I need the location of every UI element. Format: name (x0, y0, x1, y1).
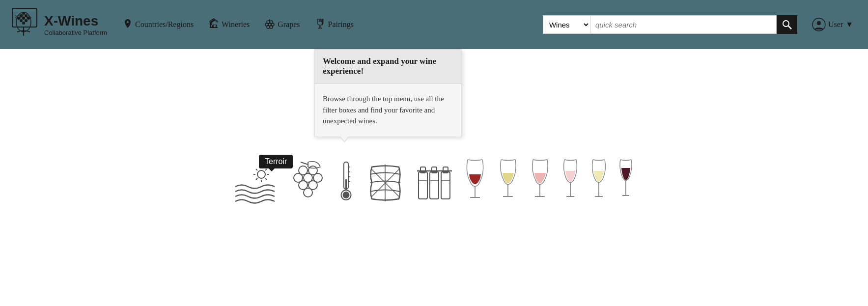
svg-line-34 (265, 169, 267, 170)
svg-rect-62 (441, 172, 450, 199)
nav-item-grapes[interactable]: Grapes (259, 15, 305, 34)
user-icon (812, 18, 826, 31)
user-label: User (828, 20, 843, 29)
thermometer-group[interactable] (337, 160, 355, 206)
wine-bottles-group[interactable] (416, 162, 453, 206)
welcome-popup-body: Browse through the top menu, use all the… (315, 83, 461, 137)
grapes-nav-icon (264, 18, 275, 31)
svg-rect-56 (419, 172, 427, 199)
search-icon (782, 20, 792, 29)
svg-point-19 (270, 26, 273, 28)
nav-item-countries[interactable]: Countries/Regions (118, 15, 198, 34)
white-wine-glass-2[interactable] (589, 157, 608, 206)
main-content: Welcome and expand your wine experience!… (0, 49, 868, 295)
logo-text: X-Wines Collaborative Platform (44, 13, 107, 36)
white-wine-glass-1[interactable] (497, 157, 519, 206)
main-header: X-Wines X-Wines Collaborative Platform (0, 0, 868, 49)
nav-item-wineries[interactable]: Wineries (203, 15, 254, 34)
nav-label-wineries: Wineries (222, 20, 250, 29)
logo-title: X-Wines (44, 13, 107, 29)
terroir-label: Terroir (259, 155, 293, 168)
svg-rect-59 (430, 172, 439, 199)
svg-point-25 (817, 21, 821, 25)
search-area: Wines Wineries Grapes Regions (543, 15, 797, 34)
wine-icons-section: Terroir (10, 147, 858, 216)
svg-line-32 (265, 178, 267, 180)
svg-point-4 (22, 12, 25, 15)
nav-item-pairings[interactable]: Pairings (310, 15, 359, 34)
svg-point-11 (25, 19, 28, 22)
rose-wine-glass-2-icon (561, 157, 580, 204)
red-wine-glass[interactable] (463, 157, 487, 206)
thermometer-icon (337, 160, 355, 204)
pairings-icon (315, 18, 326, 31)
search-button[interactable] (777, 15, 797, 34)
rose-wine-glass[interactable] (529, 157, 551, 206)
white-wine-glass-2-icon (589, 157, 608, 204)
dark-wine-glass-icon (618, 157, 634, 204)
svg-point-9 (27, 17, 30, 20)
barrel-group[interactable] (364, 162, 406, 206)
search-input[interactable] (590, 15, 777, 34)
svg-rect-47 (345, 179, 347, 190)
nav-label-grapes: Grapes (278, 20, 300, 29)
svg-point-44 (304, 188, 312, 197)
user-chevron-icon: ▼ (845, 20, 853, 29)
grape-bunch-icon (288, 160, 328, 204)
nav-label-pairings: Pairings (328, 20, 354, 29)
welcome-popup: Welcome and expand your wine experience!… (314, 49, 462, 137)
svg-point-22 (783, 21, 789, 27)
svg-point-10 (20, 19, 23, 22)
rose-wine-glass-2[interactable] (561, 157, 580, 206)
grape-bunch-group[interactable] (288, 160, 328, 206)
location-icon (123, 18, 133, 31)
svg-line-36 (301, 162, 308, 165)
svg-point-18 (267, 26, 270, 28)
welcome-popup-title: Welcome and expand your wine experience! (315, 50, 461, 83)
user-menu[interactable]: User ▼ (807, 15, 858, 34)
svg-point-6 (25, 14, 28, 17)
svg-point-48 (343, 192, 350, 198)
logo-icon: X-Wines (10, 7, 39, 42)
red-wine-glass-icon (463, 157, 487, 204)
dark-wine-glass[interactable] (618, 157, 634, 206)
barrel-icon (364, 162, 406, 204)
svg-line-23 (788, 26, 791, 29)
svg-line-31 (256, 169, 257, 170)
rose-wine-glass-icon (529, 157, 551, 204)
svg-point-26 (257, 170, 265, 178)
main-nav: Countries/Regions Wineries (118, 15, 533, 34)
svg-point-7 (17, 17, 20, 20)
terroir-group[interactable]: Terroir (234, 165, 279, 206)
wineries-icon (208, 18, 219, 31)
svg-point-12 (22, 22, 25, 25)
svg-point-5 (20, 14, 23, 17)
svg-line-33 (256, 178, 257, 180)
white-wine-glass-1-icon (497, 157, 519, 204)
search-category-select[interactable]: Wines Wineries Grapes Regions (543, 15, 590, 34)
wine-bottles-icon (416, 162, 453, 204)
logo-subtitle: Collaborative Platform (44, 29, 107, 36)
svg-point-8 (22, 17, 25, 20)
nav-label-countries: Countries/Regions (135, 20, 194, 29)
logo-area: X-Wines X-Wines Collaborative Platform (10, 7, 108, 42)
